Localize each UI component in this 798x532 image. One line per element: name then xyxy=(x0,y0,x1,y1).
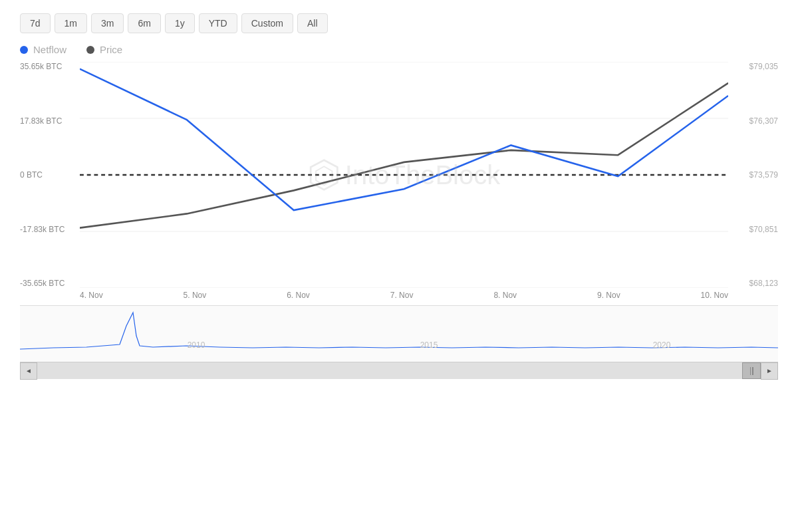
time-btn-1y[interactable]: 1y xyxy=(165,13,195,33)
y-axis-left: 35.65k BTC17.83k BTC0 BTC-17.83k BTC-35.… xyxy=(20,62,80,288)
x-label: 5. Nov xyxy=(184,291,207,300)
main-chart: 35.65k BTC17.83k BTC0 BTC-17.83k BTC-35.… xyxy=(20,62,778,288)
y-left-label: 0 BTC xyxy=(20,170,80,180)
netflow-label: Netflow xyxy=(33,44,66,55)
price-label: Price xyxy=(100,44,122,55)
thumb-line-1 xyxy=(750,367,751,375)
price-dot xyxy=(86,46,94,54)
legend: Netflow Price xyxy=(20,44,778,55)
scroll-thumb-lines xyxy=(750,367,753,375)
y-right-label: $68,123 xyxy=(728,279,778,288)
nav-year-label: 2010 xyxy=(188,340,205,350)
time-btn-custom[interactable]: Custom xyxy=(241,13,293,33)
y-right-label: $79,035 xyxy=(728,62,778,71)
x-label: 4. Nov xyxy=(80,291,103,300)
x-label: 7. Nov xyxy=(390,291,414,300)
thumb-line-2 xyxy=(752,367,753,375)
scroll-thumb[interactable] xyxy=(742,362,761,379)
time-btn-1m[interactable]: 1m xyxy=(55,13,87,33)
time-btn-7d[interactable]: 7d xyxy=(20,13,51,33)
navigator-chart xyxy=(20,306,778,359)
x-axis: 4. Nov5. Nov6. Nov7. Nov8. Nov9. Nov10. … xyxy=(20,291,778,300)
scroll-track[interactable] xyxy=(37,362,761,379)
y-right-label: $70,851 xyxy=(728,225,778,234)
legend-price: Price xyxy=(86,44,122,55)
y-left-label: -17.83k BTC xyxy=(20,225,80,234)
y-right-label: $73,579 xyxy=(728,170,778,180)
y-left-label: 17.83k BTC xyxy=(20,116,80,126)
y-left-label: -35.65k BTC xyxy=(20,279,80,288)
nav-year-label: 2015 xyxy=(420,340,438,350)
x-label: 8. Nov xyxy=(493,291,517,300)
time-btn-ytd[interactable]: YTD xyxy=(199,13,237,33)
chart-lines xyxy=(80,62,728,288)
time-btn-6m[interactable]: 6m xyxy=(128,13,160,33)
chart-svg-wrapper: IntoTheBlock xyxy=(80,62,728,288)
legend-netflow: Netflow xyxy=(20,44,66,55)
time-btn-3m[interactable]: 3m xyxy=(91,13,124,33)
scroll-right-btn[interactable]: ► xyxy=(761,362,778,380)
y-right-label: $76,307 xyxy=(728,116,778,126)
scroll-bar: ◄ ► xyxy=(20,362,778,379)
x-label: 10. Nov xyxy=(701,291,728,300)
y-left-label: 35.65k BTC xyxy=(20,62,80,71)
x-label: 9. Nov xyxy=(597,291,620,300)
navigator-area: 201020152020 ◄ ► xyxy=(20,305,778,378)
netflow-dot xyxy=(20,46,28,54)
y-axis-right: $79,035$76,307$73,579$70,851$68,123 xyxy=(728,62,778,288)
x-label: 6. Nov xyxy=(287,291,310,300)
nav-year-label: 2020 xyxy=(653,340,671,350)
navigator-year-labels: 201020152020 xyxy=(80,340,778,350)
scroll-left-btn[interactable]: ◄ xyxy=(20,362,37,380)
time-btn-all[interactable]: All xyxy=(297,13,328,33)
time-range-bar: 7d1m3m6m1yYTDCustomAll xyxy=(20,13,778,33)
